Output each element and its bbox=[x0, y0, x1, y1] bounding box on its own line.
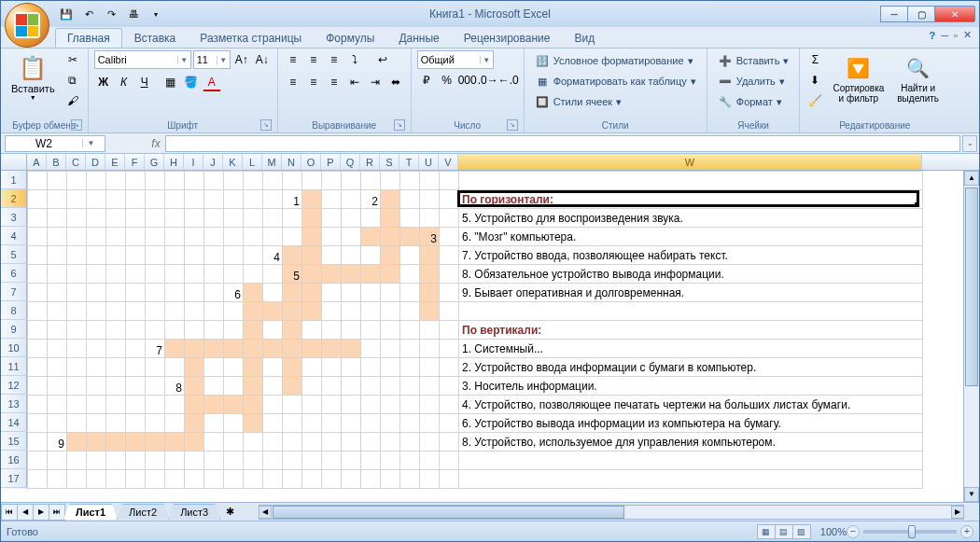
cell[interactable] bbox=[381, 172, 400, 190]
cell[interactable] bbox=[106, 228, 126, 246]
new-sheet-icon[interactable]: ✱ bbox=[220, 506, 240, 518]
cell[interactable]: 2 bbox=[361, 190, 381, 209]
cell[interactable] bbox=[185, 340, 204, 358]
cell[interactable] bbox=[440, 302, 459, 321]
cell[interactable] bbox=[146, 377, 165, 396]
sheet-tab-2[interactable]: Лист2 bbox=[117, 504, 169, 520]
cell[interactable] bbox=[126, 452, 146, 470]
cell[interactable] bbox=[48, 284, 67, 302]
cell[interactable] bbox=[283, 172, 302, 190]
cell[interactable] bbox=[420, 433, 440, 452]
cell[interactable] bbox=[381, 470, 400, 489]
cell[interactable] bbox=[204, 302, 224, 321]
cell[interactable] bbox=[420, 470, 440, 489]
select-all-corner[interactable] bbox=[1, 154, 27, 170]
cell[interactable] bbox=[302, 358, 322, 377]
cell[interactable] bbox=[322, 228, 342, 246]
cell[interactable]: 6. "Мозг" компьютера. bbox=[459, 228, 923, 246]
cell[interactable] bbox=[420, 190, 440, 209]
cell[interactable] bbox=[87, 284, 106, 302]
cell[interactable] bbox=[87, 414, 106, 433]
cell[interactable] bbox=[67, 377, 87, 396]
cell[interactable] bbox=[342, 302, 361, 321]
cell[interactable] bbox=[459, 302, 923, 321]
cell[interactable] bbox=[165, 470, 185, 489]
delete-cells-button[interactable]: ➖Удалить ▾ bbox=[713, 71, 790, 91]
ribbon-minimize-icon[interactable]: ─ bbox=[941, 30, 948, 41]
col-header[interactable]: H bbox=[164, 154, 184, 170]
cell[interactable]: 2. Устройство ввода информации с бумаги … bbox=[459, 358, 923, 377]
row-header[interactable]: 8 bbox=[1, 301, 27, 320]
row-header[interactable]: 10 bbox=[1, 339, 27, 357]
cell[interactable] bbox=[106, 377, 126, 396]
next-sheet-icon[interactable]: ▶ bbox=[33, 504, 49, 521]
cell[interactable] bbox=[106, 190, 126, 209]
cell[interactable] bbox=[204, 321, 224, 340]
font-color-icon[interactable]: A bbox=[203, 73, 221, 91]
cell[interactable] bbox=[224, 209, 244, 228]
cell[interactable] bbox=[146, 228, 165, 246]
cell[interactable] bbox=[224, 190, 244, 209]
cell[interactable] bbox=[28, 302, 48, 321]
cell[interactable] bbox=[67, 358, 87, 377]
cell[interactable] bbox=[342, 358, 361, 377]
cell[interactable] bbox=[361, 340, 381, 358]
cell[interactable] bbox=[244, 284, 263, 302]
cell[interactable] bbox=[322, 396, 342, 414]
cell[interactable] bbox=[106, 321, 126, 340]
cell[interactable] bbox=[28, 470, 48, 489]
cell[interactable] bbox=[322, 190, 342, 209]
grow-font-icon[interactable]: A↑ bbox=[232, 50, 251, 69]
cell[interactable] bbox=[48, 302, 67, 321]
cell[interactable] bbox=[361, 246, 381, 265]
cell[interactable] bbox=[283, 470, 302, 489]
cell[interactable] bbox=[283, 228, 302, 246]
row-header[interactable]: 16 bbox=[1, 451, 27, 469]
cell[interactable] bbox=[185, 358, 204, 377]
cell[interactable] bbox=[420, 302, 440, 321]
wrap-text-icon[interactable]: ↩ bbox=[373, 50, 392, 69]
cell[interactable] bbox=[440, 265, 459, 284]
cell[interactable] bbox=[283, 340, 302, 358]
cell[interactable] bbox=[400, 377, 420, 396]
cell[interactable] bbox=[204, 284, 224, 302]
cell[interactable]: 5 bbox=[283, 265, 302, 284]
cell[interactable] bbox=[48, 190, 67, 209]
col-header[interactable]: U bbox=[419, 154, 439, 170]
cell[interactable] bbox=[440, 452, 459, 470]
cell[interactable] bbox=[263, 377, 283, 396]
cell[interactable] bbox=[106, 396, 126, 414]
cell[interactable] bbox=[420, 209, 440, 228]
cell[interactable] bbox=[146, 321, 165, 340]
align-bottom-icon[interactable]: ≡ bbox=[325, 50, 343, 69]
cell[interactable] bbox=[283, 209, 302, 228]
bold-icon[interactable]: Ж bbox=[94, 73, 113, 91]
cell[interactable] bbox=[165, 228, 185, 246]
cell[interactable] bbox=[459, 452, 923, 470]
cell[interactable] bbox=[342, 377, 361, 396]
cell[interactable] bbox=[244, 172, 263, 190]
cells-area[interactable]: 12По горизонтали:5. Устройство для воспр… bbox=[27, 171, 979, 489]
cell[interactable] bbox=[381, 284, 400, 302]
cell[interactable] bbox=[165, 358, 185, 377]
cell[interactable] bbox=[400, 302, 420, 321]
cell[interactable] bbox=[185, 265, 204, 284]
chevron-down-icon[interactable]: ▼ bbox=[82, 139, 99, 147]
col-header[interactable]: A bbox=[27, 154, 47, 170]
cell[interactable] bbox=[48, 246, 67, 265]
cell[interactable]: По вертикали: bbox=[459, 321, 923, 340]
cell[interactable] bbox=[185, 284, 204, 302]
row-header[interactable]: 13 bbox=[1, 395, 27, 413]
cell[interactable] bbox=[48, 414, 67, 433]
cell[interactable] bbox=[126, 358, 146, 377]
cell[interactable] bbox=[342, 228, 361, 246]
cell[interactable] bbox=[204, 172, 224, 190]
expand-formula-icon[interactable]: ⌄ bbox=[962, 135, 977, 152]
cell[interactable] bbox=[244, 377, 263, 396]
cell[interactable] bbox=[400, 246, 420, 265]
cell[interactable] bbox=[263, 302, 283, 321]
row-header[interactable]: 17 bbox=[1, 469, 27, 488]
borders-icon[interactable]: ▦ bbox=[161, 73, 180, 91]
cell[interactable] bbox=[440, 284, 459, 302]
comma-icon[interactable]: 000 bbox=[458, 71, 477, 90]
